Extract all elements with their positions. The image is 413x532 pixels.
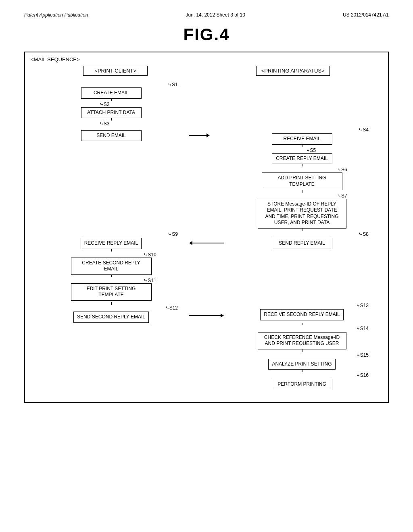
page-header: Patent Application Publication Jun. 14, … [24,12,389,18]
box-perform-printing: PERFORM PRINTING [272,379,332,390]
box-create-second: CREATE SECOND REPLY EMAIL [71,258,152,275]
arrow-s4-s5: ⤷S5 [33,145,380,153]
arrow-s7-s8-row: ⤷S9 RECEIVE REPLY EMAIL [33,229,380,249]
box-receive-second: RECEIVE SECOND REPLY EMAIL [260,309,343,320]
s14-label: S14 [360,326,369,331]
box-send-second: SEND SECOND REPLY EMAIL [73,312,149,323]
arrow-s13-s14: ⤷S14 [33,323,380,332]
page: Patent Application Publication Jun. 14, … [0,0,413,419]
s4-label: S4 [363,127,369,133]
box-attach-print: ATTACH PRINT DATA [81,107,142,118]
box-check-reference: CHECK REFERENCE Message-ID AND PRINT REQ… [258,332,346,349]
sequence-table: ⤷S1 CREATE EMAIL [33,78,380,394]
step-s10-row: CREATE SECOND REPLY EMAIL [33,258,380,275]
arrow-s9-s10: ⤷S10 [33,249,380,258]
step-s3-s4-row: SEND EMAIL ⤷S4 [33,127,380,145]
step-s16-row: PERFORM PRINTING [33,379,380,394]
header-right: US 2012/0147421 A1 [343,12,389,18]
box-create-email: CREATE EMAIL [81,87,142,99]
arrow-s10-s11: ⤷S11 [33,275,380,283]
s11-label: S11 [148,278,156,283]
col-header-left: <PRINT CLIENT> [83,66,148,76]
box-analyze-print: ANALYZE PRINT SETTING [268,359,335,370]
s5-label: S5 [310,148,316,153]
box-receive-reply: RECEIVE REPLY EMAIL [81,238,142,249]
flow-container: ⤷S1 CREATE EMAIL [29,78,384,394]
s6-label: S6 [341,167,347,172]
box-store-message: STORE Message-ID OF REPLY EMAIL, PRINT R… [258,199,346,229]
arrow-s14-s15: ⤷S15 [33,349,380,359]
arrow-s1-s2: ⤷S2 [33,99,380,107]
s2-label: S2 [104,102,110,107]
box-send-email: SEND EMAIL [81,130,142,141]
step-s14-row: CHECK REFERENCE Message-ID AND PRINT REQ… [33,332,380,349]
header-center: Jun. 14, 2012 Sheet 3 of 10 [186,12,245,18]
s7-label: S7 [341,193,347,199]
s15-label: S15 [360,352,369,358]
s8-label: S8 [363,231,369,237]
s13-label: S13 [360,303,369,308]
s3-label-inline: S3 [104,121,110,127]
s12-label: S12 [169,305,178,311]
fig-title: FIG.4 [24,25,389,44]
s1-label: ⤷S1 [168,82,178,87]
arrow-s6-s7: ⤷S7 [33,190,380,199]
step-s6-row: ADD PRINT SETTING TEMPLATE [33,172,380,190]
s9-label: S9 [172,231,178,237]
step-s15-row: ANALYZE PRINT SETTING [33,359,380,370]
step-s1-row: CREATE EMAIL [33,87,380,99]
step-s5-row: CREATE REPLY EMAIL [33,153,380,164]
diagram-title: <MAIL SEQUENCE> [31,56,384,62]
column-headers: <PRINT CLIENT> <PRINTING APPARATUS> [29,66,384,76]
box-edit-print: EDIT PRINT SETTING TEMPLATE [71,283,152,301]
arrow-s15-s16: ⤷S16 [33,370,380,379]
diagram-outer: <MAIL SEQUENCE> <PRINT CLIENT> <PRINTING… [24,52,389,403]
box-receive-email: RECEIVE EMAIL [272,133,332,145]
step-s11-row: EDIT PRINT SETTING TEMPLATE [33,283,380,301]
step-s2-row: ATTACH PRINT DATA [33,107,380,118]
arrow-s11-s12: ⤷S12 SEND SECOND REPLY EMAIL [33,301,380,323]
box-add-print-setting: ADD PRINT SETTING TEMPLATE [262,172,342,190]
arrow-s5-s6: ⤷S6 [33,164,380,172]
arrow-s2-s3: ⤷S3 [33,118,380,127]
step-s1-label-row: ⤷S1 [33,78,380,87]
header-left: Patent Application Publication [24,12,88,18]
box-create-reply: CREATE REPLY EMAIL [272,153,332,164]
box-send-reply: SEND REPLY EMAIL [272,238,332,249]
s16-label: S16 [360,372,369,378]
step-s7-row: STORE Message-ID OF REPLY EMAIL, PRINT R… [33,199,380,229]
col-header-right: <PRINTING APPARATUS> [256,66,330,76]
s10-label: S10 [148,252,156,258]
